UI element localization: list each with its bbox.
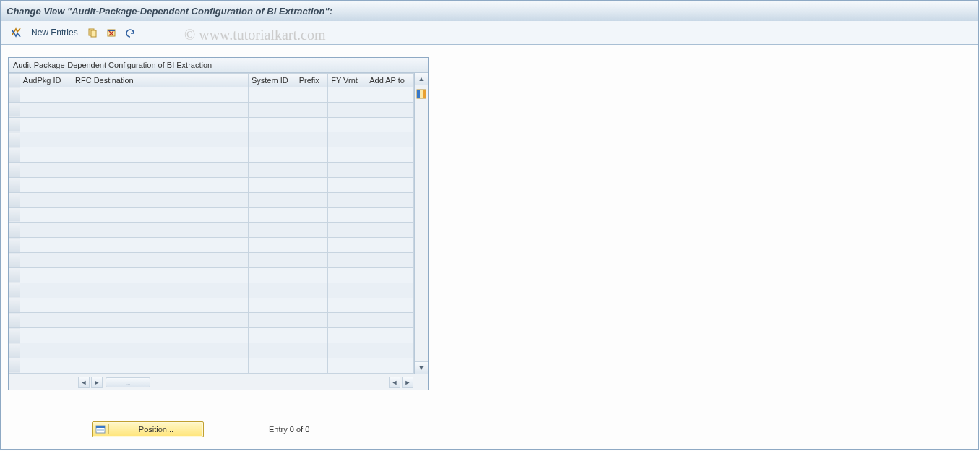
- cell[interactable]: [328, 313, 366, 328]
- col-header[interactable]: FY Vrnt: [328, 74, 366, 87]
- cell[interactable]: [366, 328, 414, 343]
- cell[interactable]: [20, 132, 72, 147]
- cell[interactable]: [296, 102, 328, 117]
- row-selector[interactable]: [9, 343, 20, 358]
- row-selector[interactable]: [9, 328, 20, 343]
- cell[interactable]: [248, 177, 296, 192]
- cell[interactable]: [20, 267, 72, 283]
- cell[interactable]: [72, 358, 248, 373]
- cell[interactable]: [20, 343, 72, 358]
- cell[interactable]: [296, 132, 328, 147]
- cell[interactable]: [72, 207, 248, 223]
- row-selector[interactable]: [9, 132, 20, 147]
- table-row[interactable]: [9, 132, 414, 147]
- cell[interactable]: [248, 238, 296, 253]
- cell[interactable]: [328, 238, 366, 253]
- cell[interactable]: [366, 298, 414, 313]
- cell[interactable]: [366, 192, 414, 207]
- table-row[interactable]: [9, 223, 414, 238]
- row-selector[interactable]: [9, 238, 20, 253]
- scroll-track[interactable]: [415, 85, 428, 361]
- vertical-scrollbar[interactable]: ▲ ▼: [414, 73, 428, 374]
- cell[interactable]: [296, 328, 328, 343]
- col-header[interactable]: Prefix: [296, 74, 328, 87]
- row-selector[interactable]: [9, 298, 20, 313]
- cell[interactable]: [72, 177, 248, 192]
- scroll-up-icon[interactable]: ▲: [415, 73, 428, 85]
- table-row[interactable]: [9, 117, 414, 132]
- cell[interactable]: [72, 163, 248, 178]
- cell[interactable]: [20, 87, 72, 103]
- cell[interactable]: [72, 147, 248, 163]
- col-header[interactable]: Add AP to: [366, 74, 414, 87]
- cell[interactable]: [248, 223, 296, 238]
- cell[interactable]: [366, 147, 414, 163]
- cell[interactable]: [328, 358, 366, 373]
- cell[interactable]: [328, 283, 366, 298]
- cell[interactable]: [366, 163, 414, 178]
- cell[interactable]: [296, 223, 328, 238]
- cell[interactable]: [248, 102, 296, 117]
- table-row[interactable]: [9, 163, 414, 178]
- cell[interactable]: [296, 313, 328, 328]
- cell[interactable]: [20, 298, 72, 313]
- cell[interactable]: [72, 132, 248, 147]
- table-row[interactable]: [9, 313, 414, 328]
- cell[interactable]: [366, 238, 414, 253]
- cell[interactable]: [20, 192, 72, 207]
- cell[interactable]: [248, 358, 296, 373]
- cell[interactable]: [296, 267, 328, 283]
- toggle-icon[interactable]: [9, 25, 24, 40]
- cell[interactable]: [248, 117, 296, 132]
- cell[interactable]: [72, 328, 248, 343]
- row-selector[interactable]: [9, 102, 20, 117]
- table-row[interactable]: [9, 87, 414, 103]
- cell[interactable]: [248, 207, 296, 223]
- cell[interactable]: [248, 283, 296, 298]
- scroll-right2-icon[interactable]: ►: [402, 377, 413, 388]
- cell[interactable]: [20, 328, 72, 343]
- cell[interactable]: [296, 283, 328, 298]
- row-selector[interactable]: [9, 87, 20, 103]
- position-button[interactable]: Position...: [92, 421, 204, 437]
- row-selector[interactable]: [9, 223, 20, 238]
- cell[interactable]: [248, 328, 296, 343]
- cell[interactable]: [72, 298, 248, 313]
- cell[interactable]: [366, 223, 414, 238]
- cell[interactable]: [328, 87, 366, 103]
- cell[interactable]: [328, 192, 366, 207]
- table-row[interactable]: [9, 253, 414, 268]
- cell[interactable]: [296, 358, 328, 373]
- cell[interactable]: [296, 147, 328, 163]
- undo-icon[interactable]: [123, 25, 137, 40]
- cell[interactable]: [248, 313, 296, 328]
- cell[interactable]: [296, 238, 328, 253]
- scroll-left-icon[interactable]: ◄: [78, 377, 90, 388]
- table-row[interactable]: [9, 177, 414, 192]
- cell[interactable]: [20, 163, 72, 178]
- cell[interactable]: [248, 267, 296, 283]
- cell[interactable]: [366, 177, 414, 192]
- cell[interactable]: [296, 192, 328, 207]
- cell[interactable]: [328, 147, 366, 163]
- cell[interactable]: [296, 163, 328, 178]
- cell[interactable]: [72, 253, 248, 268]
- table-row[interactable]: [9, 328, 414, 343]
- cell[interactable]: [20, 102, 72, 117]
- cell[interactable]: [296, 343, 328, 358]
- row-selector[interactable]: [9, 207, 20, 223]
- cell[interactable]: [72, 313, 248, 328]
- cell[interactable]: [72, 223, 248, 238]
- cell[interactable]: [366, 283, 414, 298]
- cell[interactable]: [20, 117, 72, 132]
- cell[interactable]: [296, 253, 328, 268]
- cell[interactable]: [328, 253, 366, 268]
- cell[interactable]: [72, 267, 248, 283]
- cell[interactable]: [328, 102, 366, 117]
- cell[interactable]: [328, 298, 366, 313]
- scroll-right-icon[interactable]: ►: [91, 377, 103, 388]
- cell[interactable]: [296, 207, 328, 223]
- row-selector[interactable]: [9, 177, 20, 192]
- row-selector[interactable]: [9, 163, 20, 178]
- cell[interactable]: [366, 132, 414, 147]
